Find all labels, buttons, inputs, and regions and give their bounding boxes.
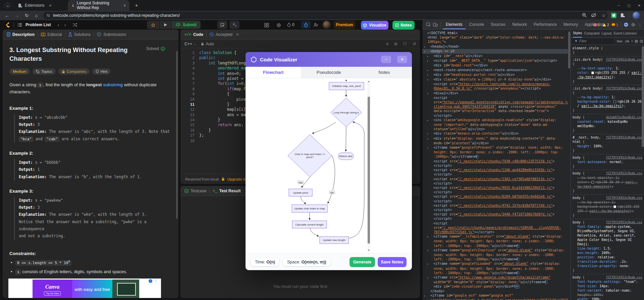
devtools-tab-network[interactable]: Network bbox=[509, 20, 530, 29]
rule-selector[interactable]: f3779f24913c9eab.cssbody { bbox=[573, 275, 642, 280]
stylesheet-link[interactable]: f3779f24913c9eab.css bbox=[606, 86, 642, 91]
dom-node-row[interactable]: ▸<iframe name="__tcfapiLocator" src="abo… bbox=[422, 234, 568, 248]
dom-node-row[interactable]: </body> bbox=[422, 289, 568, 293]
substring-link[interactable]: substring bbox=[103, 82, 123, 87]
style-property[interactable]: font-family: -apple-system, BlinkMacSyst… bbox=[573, 224, 642, 246]
ai-assistant-button[interactable] bbox=[229, 21, 239, 29]
leetcode-logo[interactable] bbox=[5, 22, 10, 28]
flowchart-scrollbar[interactable]: ▲ ▼ bbox=[367, 80, 370, 252]
add-user-icon[interactable] bbox=[313, 23, 319, 27]
dom-node-row[interactable]: <script src="/_next/static/chunks/3440-f… bbox=[422, 212, 568, 221]
tab-flowchart[interactable]: Flowchart bbox=[246, 67, 301, 78]
run-button[interactable] bbox=[160, 21, 172, 29]
tab-computed[interactable]: Computed bbox=[584, 32, 599, 35]
ad-banner[interactable]: Canva Try for free with easy and free i … bbox=[8, 279, 161, 298]
dom-node-row[interactable]: <script src="/_next/static/chunks/7930-c… bbox=[422, 159, 568, 168]
dom-node-row[interactable]: <script src="/_next/static/chunks/4742-1… bbox=[422, 203, 568, 212]
home-icon[interactable]: ⌂ bbox=[35, 12, 38, 18]
notes-button[interactable]: Notes bbox=[392, 21, 415, 30]
dom-node-row[interactable]: <script src="https://assets.leetcode.com… bbox=[422, 82, 568, 91]
panel-toggle-icon[interactable] bbox=[640, 40, 643, 43]
dom-node-row[interactable]: ▸<iframe name="googlefcInactive" src="ab… bbox=[422, 248, 568, 262]
shuffle-icon[interactable] bbox=[72, 23, 77, 27]
tab-search-button[interactable]: ⌄ bbox=[4, 2, 11, 9]
styles-scrollbar[interactable] bbox=[642, 46, 644, 147]
close-window-icon[interactable]: ✕ bbox=[638, 4, 641, 7]
stylesheet-link[interactable]: f3779f24913c9eab.css bbox=[606, 135, 642, 140]
issues-count-badge[interactable]: 1 bbox=[612, 23, 618, 27]
zoom-icon[interactable] bbox=[582, 13, 587, 18]
ad-cta-button[interactable]: Try for free bbox=[44, 291, 61, 296]
settings-gear-icon[interactable] bbox=[276, 23, 281, 28]
rule-selector[interactable]: f3779f24913c9eab.cssbody { bbox=[573, 220, 642, 224]
tab-pseudocode[interactable]: Pseudocode bbox=[301, 67, 356, 78]
dom-node-row[interactable]: ▸<div id="__next">…</div> bbox=[422, 54, 568, 58]
tab-code[interactable]: </> Code bbox=[184, 32, 203, 37]
visualize-button[interactable]: Visualize bbox=[361, 21, 388, 30]
sticky-note-button[interactable] bbox=[217, 21, 227, 29]
dom-node-row[interactable]: ▸<script id="__NEXT_DATA__" type="applic… bbox=[422, 58, 568, 63]
back-icon[interactable]: ← bbox=[5, 12, 9, 18]
dom-node-row[interactable]: <div id="code-visualizer-panel">…</div>f… bbox=[422, 284, 568, 289]
stylesheet-link[interactable]: f3779f24913c9eab.css bbox=[606, 57, 642, 62]
devtools-tab-console[interactable]: Console bbox=[466, 20, 487, 29]
topics-tag[interactable]: Topics bbox=[33, 68, 56, 74]
tab-layout[interactable]: Layout bbox=[601, 32, 611, 35]
bookmark-star-icon[interactable]: ☆ bbox=[601, 12, 606, 18]
next-problem-icon[interactable]: › bbox=[64, 22, 66, 28]
stylesheet-link[interactable]: f3779f24913c9eab.css bbox=[606, 220, 642, 224]
dom-node-row[interactable]: ▸<div style="display: none;" data-keybin… bbox=[422, 136, 568, 145]
new-tab-button[interactable]: + bbox=[133, 2, 140, 9]
rule-selector[interactable]: f3779f24913c9eab.css:is(.dark body) { bbox=[573, 86, 642, 95]
tab-editorial[interactable]: Editorial bbox=[41, 32, 62, 37]
format-icon[interactable]: ≡ bbox=[386, 42, 388, 46]
tab-test-result[interactable]: >_ Test Result bbox=[213, 189, 240, 193]
leetcode-avatar[interactable] bbox=[323, 21, 331, 29]
dom-node-row[interactable]: <script src="https://pagead2.googlesyndi… bbox=[422, 96, 568, 118]
close-tab-icon[interactable]: ✕ bbox=[123, 4, 126, 7]
rule-selector[interactable]: f3779f24913c9eab.cssbody { bbox=[573, 155, 642, 160]
submit-button[interactable]: Submit bbox=[172, 21, 201, 29]
dom-node-row[interactable]: ▸<iframe name="googlefcLoaded" src="abou… bbox=[422, 261, 568, 275]
split-view-icon[interactable]: ⧉ bbox=[394, 42, 397, 46]
streak-counter[interactable]: 0 bbox=[287, 21, 294, 29]
dom-node-row[interactable]: <script src="/_next/static/chunks/pages/… bbox=[422, 221, 568, 235]
tab-solutions[interactable]: Solutions bbox=[68, 32, 91, 37]
dom-node-row[interactable]: ▸<head>…</head> bbox=[422, 44, 568, 49]
reset-code-icon[interactable]: ↺ bbox=[413, 42, 416, 46]
style-property[interactable]: color: rgb(255 255 255 / var(--tw-text-o… bbox=[573, 70, 642, 79]
style-property[interactable]: line-height: 1.5; bbox=[573, 246, 642, 251]
style-property[interactable]: --tw-bg-opacity: 1; bbox=[573, 95, 642, 99]
dom-node-row[interactable]: ▸<div>…</div> bbox=[422, 91, 568, 96]
problem-list-label[interactable]: Problem List bbox=[25, 22, 51, 27]
hint-tag[interactable]: Hint bbox=[92, 68, 111, 74]
style-property[interactable]: transition-duration: .2s; bbox=[573, 259, 642, 264]
dom-node-row[interactable]: <!DOCTYPE html> bbox=[422, 31, 568, 35]
styles-filter-input[interactable]: Filter bbox=[572, 39, 614, 44]
style-property[interactable]: --tw-bg-opacity: 1; bbox=[573, 200, 642, 204]
scrollbar-thumb[interactable] bbox=[368, 97, 370, 244]
close-modal-button[interactable]: ✕ bbox=[397, 56, 407, 63]
ad-creative[interactable]: Canva Try for free with easy and free bbox=[33, 280, 139, 298]
companies-tag[interactable]: Companies bbox=[58, 68, 90, 74]
style-property[interactable]: transition-property: none; bbox=[573, 264, 642, 268]
prev-problem-icon[interactable]: ‹ bbox=[58, 22, 59, 28]
rule-selector[interactable]: f3779f24913c9eab.css:is(.dark body) { bbox=[573, 57, 642, 66]
extensions-puzzle-icon[interactable] bbox=[620, 13, 625, 18]
timer-button[interactable] bbox=[301, 21, 311, 29]
device-toolbar-icon[interactable] bbox=[433, 22, 438, 27]
close-tab-icon[interactable]: ✕ bbox=[236, 32, 239, 37]
dom-node-row[interactable]: <html lang="en" class="dark" style="colo… bbox=[422, 35, 568, 44]
dom-node-row[interactable]: ▸<div class="monaco-aria-container">…</d… bbox=[422, 131, 568, 136]
forward-icon[interactable]: → bbox=[15, 12, 19, 18]
modal-header[interactable]: Code Visualizer – ✕ bbox=[246, 52, 412, 67]
generate-button[interactable]: Generate bbox=[350, 257, 375, 267]
error-count-badge[interactable]: 1 bbox=[593, 23, 600, 27]
devtools-tab-sources[interactable]: Sources bbox=[488, 20, 508, 29]
brackets-icon[interactable]: { } bbox=[403, 42, 406, 46]
devtools-menu-icon[interactable]: ⋮ bbox=[638, 22, 642, 27]
tab-accepted[interactable]: Accepted ✕ bbox=[210, 32, 239, 37]
stylesheet-link[interactable]: f3779f24913c9eab.css bbox=[606, 275, 642, 280]
dom-node-row[interactable]: ▸<iframe name="googlefcPresent" style="d… bbox=[422, 145, 568, 159]
style-property[interactable]: position: relative; bbox=[573, 255, 642, 259]
